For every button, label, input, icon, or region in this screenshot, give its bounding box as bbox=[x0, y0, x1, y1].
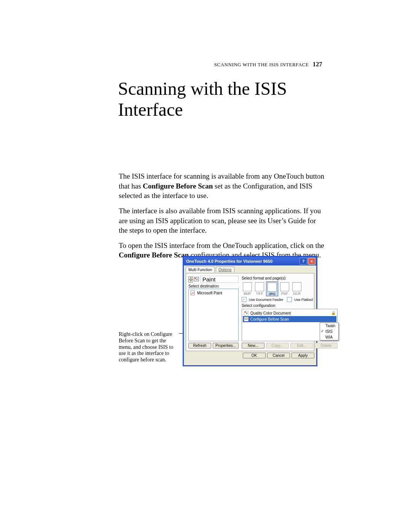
tiff-icon bbox=[255, 282, 264, 291]
new-button[interactable]: New... bbox=[242, 343, 264, 348]
tab-options[interactable]: Options bbox=[216, 267, 234, 272]
destination-list[interactable]: Microsoft Paint bbox=[188, 289, 239, 341]
select-destination-label: Select destination: bbox=[188, 284, 239, 288]
dialog-action-row: OK Cancel Apply bbox=[186, 353, 314, 358]
color-doc-icon bbox=[244, 310, 249, 316]
format-row: BMP TIFF JPG PDF bbox=[242, 281, 338, 296]
apply-button[interactable]: Apply bbox=[292, 353, 314, 358]
ocr-icon bbox=[292, 282, 301, 291]
running-header-text: Scanning with the ISIS Interface bbox=[214, 62, 309, 67]
paragraph-2: The interface is also available from ISI… bbox=[119, 206, 324, 235]
mspaint-icon bbox=[190, 290, 196, 296]
svg-rect-8 bbox=[245, 318, 248, 318]
properties-button[interactable]: Properties... bbox=[213, 343, 239, 348]
format-tiff[interactable]: TIFF bbox=[254, 281, 265, 296]
paragraph-1: The ISIS interface for scanning is avail… bbox=[119, 171, 324, 201]
context-menu-item-twain[interactable]: Twain bbox=[320, 323, 338, 329]
tab-multi-function[interactable]: Multi Function bbox=[186, 267, 215, 272]
close-button[interactable]: × bbox=[308, 258, 315, 265]
svg-rect-9 bbox=[245, 319, 248, 320]
checkbox-use-flatbed[interactable] bbox=[287, 297, 292, 302]
cancel-button[interactable]: Cancel bbox=[267, 353, 290, 358]
ok-button[interactable]: OK bbox=[243, 353, 266, 358]
callout-note: Right-click on Configure Before Scan to … bbox=[119, 331, 180, 363]
svg-rect-5 bbox=[245, 312, 246, 313]
destination-item-label: Microsoft Paint bbox=[197, 291, 222, 295]
edit-button[interactable]: Edit... bbox=[290, 343, 313, 348]
chapter-title: Scanning with the ISIS Interface bbox=[118, 78, 287, 120]
refresh-button[interactable]: Refresh bbox=[188, 343, 211, 348]
format-bmp[interactable]: BMP bbox=[242, 281, 253, 296]
tab-panel: ▴ ▾ Paint Select destination: bbox=[186, 273, 314, 351]
context-menu-item-wia[interactable]: WIA bbox=[320, 334, 338, 340]
help-button[interactable]: ? bbox=[299, 258, 307, 265]
config-item-label: Configure Before Scan bbox=[250, 317, 289, 321]
svg-rect-6 bbox=[246, 313, 247, 314]
jpg-icon bbox=[268, 283, 277, 292]
format-jpg[interactable]: JPG bbox=[266, 281, 278, 296]
running-header: Scanning with the ISIS Interface 127 bbox=[214, 61, 322, 68]
select-format-label: Select format and page(s): bbox=[242, 276, 338, 280]
configure-before-scan-icon bbox=[244, 316, 249, 322]
config-item-configure-before-scan[interactable]: Configure Before Scan bbox=[243, 316, 336, 322]
spinner-down-icon[interactable]: ▾ bbox=[188, 280, 193, 283]
copy-button[interactable]: Copy... bbox=[266, 343, 289, 348]
body-paragraphs: The ISIS interface for scanning is avail… bbox=[119, 171, 324, 265]
tabstrip: Multi Function Options bbox=[186, 266, 314, 273]
config-item-label: Quality Color Document bbox=[250, 311, 291, 315]
lock-icon: 🔒 bbox=[331, 311, 336, 315]
use-document-feeder-label: Use Document Feeder bbox=[249, 298, 284, 302]
dialog-titlebar[interactable]: OneTouch 4.0 Properties for Visioneer 96… bbox=[184, 257, 316, 265]
bmp-icon bbox=[243, 282, 252, 291]
current-app-name: Paint bbox=[201, 276, 239, 283]
pdf-icon bbox=[280, 282, 289, 291]
format-pdf[interactable]: PDF bbox=[279, 281, 290, 296]
onetouch-properties-dialog: OneTouch 4.0 Properties for Visioneer 96… bbox=[183, 256, 317, 366]
interface-context-menu[interactable]: Twain ISIS WIA bbox=[320, 323, 339, 340]
checkbox-use-document-feeder[interactable]: ✓ bbox=[242, 297, 247, 302]
spinner-up-icon[interactable]: ▴ bbox=[188, 276, 193, 280]
paint-app-icon bbox=[194, 277, 199, 282]
svg-rect-2 bbox=[196, 279, 198, 280]
format-ocr[interactable]: OCR bbox=[291, 281, 303, 296]
delete-button[interactable]: Delete bbox=[315, 343, 338, 348]
destination-item-mspaint[interactable]: Microsoft Paint bbox=[190, 290, 237, 296]
context-menu-item-isis[interactable]: ISIS bbox=[320, 329, 338, 334]
use-flatbed-label: Use Flatbed bbox=[294, 298, 313, 302]
page-number: 127 bbox=[313, 61, 322, 67]
current-app-row: ▴ ▾ Paint bbox=[188, 276, 239, 283]
configuration-list[interactable]: 🔒 Quality Color Document Configure Bef bbox=[242, 309, 338, 341]
dialog-title: OneTouch 4.0 Properties for Visioneer 96… bbox=[186, 259, 299, 264]
config-item-quality-color[interactable]: Quality Color Document bbox=[243, 310, 336, 316]
select-configuration-label: Select configuration: bbox=[242, 304, 338, 308]
app-spinner[interactable]: ▴ ▾ bbox=[188, 276, 192, 283]
svg-rect-1 bbox=[195, 278, 196, 279]
